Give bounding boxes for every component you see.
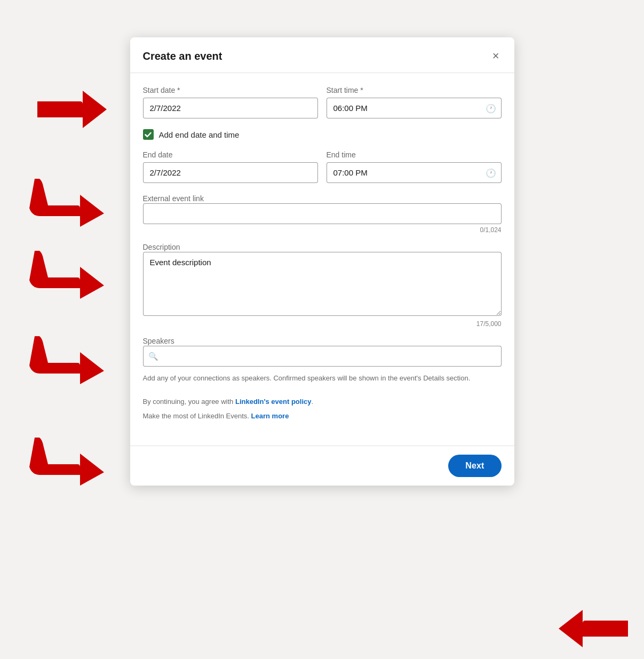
- learn-text-before: Make the most of LinkedIn Events.: [143, 412, 251, 420]
- description-label: Description: [143, 243, 180, 251]
- start-date-group: Start date *: [143, 86, 318, 118]
- arrow-shape-6: [559, 610, 628, 653]
- end-time-group: End time 🕐: [327, 150, 502, 183]
- arrow-4: [29, 336, 104, 386]
- start-time-input[interactable]: [327, 98, 502, 118]
- arrow-shape-3: [29, 251, 104, 299]
- end-time-input-wrapper: 🕐: [327, 162, 502, 183]
- arrow-5: [29, 438, 104, 488]
- add-end-datetime-label: Add end date and time: [159, 130, 240, 139]
- end-time-label: End time: [327, 150, 502, 159]
- start-time-label: Start time *: [327, 86, 502, 94]
- end-date-group: End date: [143, 150, 318, 183]
- page-wrapper: Create an event × Start date * Start tim…: [0, 21, 644, 659]
- start-time-group: Start time * 🕐: [327, 86, 502, 118]
- speakers-search-wrapper: 🔍: [143, 346, 502, 367]
- description-char-count: 17/5,000: [143, 320, 502, 328]
- start-date-input[interactable]: [143, 98, 318, 118]
- external-link-input[interactable]: [143, 203, 502, 224]
- arrow-shape-5: [29, 438, 104, 486]
- dialog-footer: Next: [130, 446, 514, 486]
- next-button[interactable]: Next: [448, 455, 501, 477]
- policy-text-before: By continuing, you agree with: [143, 398, 235, 406]
- end-date-label: End date: [143, 150, 318, 159]
- external-link-group: External event link: [143, 194, 502, 224]
- create-event-dialog: Create an event × Start date * Start tim…: [130, 37, 514, 486]
- arrow-shape-2: [29, 179, 104, 227]
- speakers-label: Speakers: [143, 337, 174, 345]
- arrow-6: [559, 610, 628, 655]
- arrow-shape-4: [29, 336, 104, 384]
- end-time-input[interactable]: [327, 162, 502, 183]
- arrow-2: [29, 179, 104, 229]
- policy-text: By continuing, you agree with LinkedIn's…: [143, 396, 502, 407]
- form-content: Start date * Start time * 🕐: [130, 73, 514, 446]
- dialog-header: Create an event ×: [130, 37, 514, 73]
- end-date-input[interactable]: [143, 162, 318, 183]
- policy-link[interactable]: LinkedIn's event policy: [235, 398, 312, 406]
- description-textarea[interactable]: Event description: [143, 252, 502, 316]
- learn-more-text: Make the most of LinkedIn Events. Learn …: [143, 412, 502, 420]
- arrow-1: [37, 91, 107, 136]
- speakers-group: Speakers 🔍: [143, 336, 502, 367]
- start-time-input-wrapper: 🕐: [327, 98, 502, 118]
- external-link-char-count: 0/1,024: [143, 226, 502, 234]
- external-link-label: External event link: [143, 194, 204, 203]
- checkmark-icon: [145, 131, 152, 138]
- close-button[interactable]: ×: [490, 48, 502, 64]
- description-group: Description Event description: [143, 242, 502, 318]
- policy-text-period: .: [311, 398, 313, 406]
- add-end-datetime-checkbox[interactable]: [143, 129, 154, 140]
- speakers-hint: Add any of your connections as speakers.…: [143, 373, 502, 384]
- add-end-datetime-row: Add end date and time: [143, 129, 502, 140]
- start-datetime-row: Start date * Start time * 🕐: [143, 86, 502, 118]
- start-date-label: Start date *: [143, 86, 318, 94]
- learn-more-link[interactable]: Learn more: [251, 412, 289, 420]
- dialog-title: Create an event: [143, 50, 222, 62]
- speakers-search-input[interactable]: [143, 346, 502, 367]
- arrow-shape-1: [37, 91, 107, 133]
- dialog-body[interactable]: Start date * Start time * 🕐: [130, 73, 514, 446]
- end-datetime-row: End date End time 🕐: [143, 150, 502, 183]
- arrow-3: [29, 251, 104, 301]
